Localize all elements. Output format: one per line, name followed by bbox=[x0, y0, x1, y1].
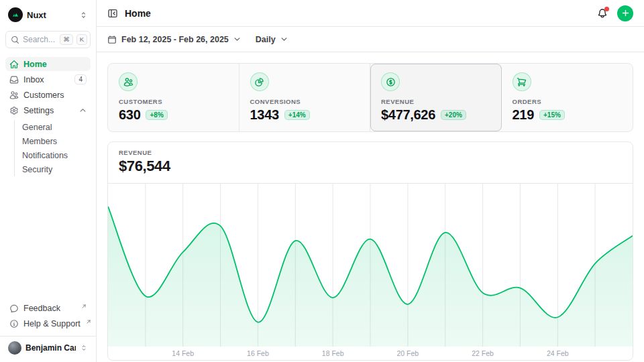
filters-toolbar: Feb 12, 2025 - Feb 26, 2025 Daily bbox=[97, 27, 644, 52]
revenue-chart-card: REVENUE $76,544 bbox=[107, 141, 633, 361]
subnav-label: Members bbox=[22, 137, 57, 146]
header-actions bbox=[597, 5, 633, 21]
chart-header: REVENUE $76,544 bbox=[108, 142, 633, 184]
sidebar-nav: Home Inbox 4 Customers Settings General … bbox=[5, 57, 91, 176]
users-icon bbox=[9, 90, 19, 100]
subnav-label: Notifications bbox=[22, 151, 68, 160]
plus-icon bbox=[621, 9, 630, 17]
dollar-circle-icon bbox=[386, 77, 396, 87]
stat-label: CUSTOMERS bbox=[119, 98, 228, 105]
sidebar-subitem-members[interactable]: Members bbox=[15, 134, 91, 148]
x-axis-tick: 22 Feb bbox=[472, 349, 494, 357]
inbox-count-badge: 4 bbox=[74, 74, 87, 84]
x-axis-tick: 14 Feb bbox=[172, 349, 194, 357]
main-area: Home Feb 12, 2025 - Feb 26, 2025 Daily bbox=[97, 0, 644, 362]
sidebar: Nuxt Search... ⌘ K Home Inbox 4 Customer… bbox=[0, 0, 97, 362]
granularity-select[interactable]: Daily bbox=[256, 35, 288, 44]
stat-delta-badge: +20% bbox=[441, 110, 466, 120]
sidebar-item-label: Feedback bbox=[23, 304, 76, 313]
info-circle-icon bbox=[9, 319, 19, 328]
sidebar-subitem-security[interactable]: Security bbox=[15, 162, 91, 176]
sidebar-item-settings[interactable]: Settings bbox=[5, 103, 91, 117]
external-link-icon bbox=[86, 319, 91, 324]
chevron-up-icon bbox=[79, 107, 87, 114]
chevron-up-down-icon bbox=[79, 11, 88, 19]
collapse-sidebar-icon[interactable] bbox=[107, 8, 118, 19]
kbd-cmd: ⌘ bbox=[60, 34, 73, 45]
sidebar-divider bbox=[0, 336, 96, 337]
chevron-down-icon bbox=[280, 36, 288, 43]
chart-plot[interactable] bbox=[108, 184, 633, 347]
x-axis-tick: 16 Feb bbox=[247, 349, 269, 357]
subnav-label: General bbox=[22, 123, 52, 132]
calendar-icon bbox=[107, 35, 117, 44]
chart-value: $76,544 bbox=[119, 158, 622, 175]
settings-subnav: General Members Notifications Security bbox=[14, 120, 91, 176]
sidebar-item-feedback[interactable]: Feedback bbox=[5, 301, 91, 315]
sidebar-item-label: Inbox bbox=[23, 75, 70, 84]
search-input[interactable]: Search... ⌘ K bbox=[5, 31, 91, 48]
user-name: Benjamin Canac bbox=[25, 343, 76, 353]
notifications-button[interactable] bbox=[597, 8, 608, 19]
sidebar-item-home[interactable]: Home bbox=[5, 57, 91, 71]
user-menu[interactable]: Benjamin Canac bbox=[5, 339, 91, 357]
sidebar-footer: Feedback Help & Support bbox=[5, 301, 91, 330]
stats-row: CUSTOMERS 630 +8% CONVERSIONS 1343 +14% … bbox=[107, 63, 633, 132]
chart-x-axis: 14 Feb16 Feb18 Feb20 Feb22 Feb24 Feb bbox=[108, 347, 633, 360]
stat-card-conversions[interactable]: CONVERSIONS 1343 +14% bbox=[239, 64, 371, 131]
sidebar-item-help-support[interactable]: Help & Support bbox=[5, 316, 91, 330]
subnav-label: Security bbox=[22, 165, 52, 174]
inbox-icon bbox=[9, 75, 19, 84]
page-header: Home bbox=[97, 0, 644, 27]
external-link-icon bbox=[81, 304, 87, 309]
chevron-down-icon bbox=[233, 36, 241, 43]
chat-bubble-icon bbox=[9, 304, 19, 313]
page-title: Home bbox=[125, 8, 590, 19]
stat-card-orders[interactable]: ORDERS 219 +15% bbox=[502, 64, 633, 131]
stat-label: CONVERSIONS bbox=[250, 98, 360, 105]
nuxt-logo-icon bbox=[8, 7, 23, 22]
home-icon bbox=[9, 60, 19, 69]
sidebar-item-label: Customers bbox=[23, 90, 87, 100]
dashboard-content: CUSTOMERS 630 +8% CONVERSIONS 1343 +14% … bbox=[97, 52, 644, 362]
sidebar-subitem-notifications[interactable]: Notifications bbox=[15, 148, 91, 162]
granularity-label: Daily bbox=[256, 35, 276, 44]
cart-icon bbox=[517, 77, 527, 87]
x-axis-tick: 20 Feb bbox=[396, 349, 419, 357]
x-axis-tick: 24 Feb bbox=[547, 349, 569, 357]
add-button[interactable] bbox=[617, 5, 633, 21]
stat-delta-badge: +14% bbox=[284, 110, 310, 120]
sidebar-subitem-general[interactable]: General bbox=[15, 120, 91, 134]
stat-delta-badge: +15% bbox=[539, 110, 565, 120]
sidebar-spacer bbox=[5, 176, 91, 301]
search-icon bbox=[11, 36, 19, 44]
users-icon bbox=[123, 77, 133, 87]
chart-body: 14 Feb16 Feb18 Feb20 Feb22 Feb24 Feb bbox=[108, 184, 633, 360]
stat-value: $477,626 bbox=[381, 107, 435, 123]
stat-value: 630 bbox=[119, 107, 140, 123]
sidebar-item-label: Settings bbox=[23, 106, 74, 115]
stat-card-revenue[interactable]: REVENUE $477,626 +20% bbox=[370, 64, 502, 131]
pie-chart-icon bbox=[254, 77, 264, 87]
stat-delta-badge: +8% bbox=[146, 110, 167, 120]
sidebar-item-label: Help & Support bbox=[23, 319, 80, 328]
stat-card-customers[interactable]: CUSTOMERS 630 +8% bbox=[108, 64, 239, 131]
gear-icon bbox=[9, 106, 19, 115]
sidebar-item-customers[interactable]: Customers bbox=[5, 88, 91, 102]
workspace-name: Nuxt bbox=[27, 10, 75, 20]
sidebar-item-inbox[interactable]: Inbox 4 bbox=[5, 72, 91, 86]
sidebar-item-label: Home bbox=[23, 60, 87, 69]
stat-label: ORDERS bbox=[513, 98, 623, 105]
chart-kicker: REVENUE bbox=[119, 149, 622, 156]
stat-label: REVENUE bbox=[381, 98, 490, 105]
date-range-picker[interactable]: Feb 12, 2025 - Feb 26, 2025 bbox=[107, 35, 241, 44]
kbd-k: K bbox=[76, 34, 87, 45]
notification-dot bbox=[604, 7, 609, 11]
user-avatar bbox=[8, 341, 21, 355]
revenue-chart-svg bbox=[108, 184, 633, 347]
stat-value: 219 bbox=[513, 107, 534, 123]
search-placeholder: Search... bbox=[23, 35, 56, 44]
stat-value: 1343 bbox=[250, 107, 279, 123]
workspace-switcher[interactable]: Nuxt bbox=[5, 5, 91, 24]
x-axis-tick: 18 Feb bbox=[322, 349, 344, 357]
